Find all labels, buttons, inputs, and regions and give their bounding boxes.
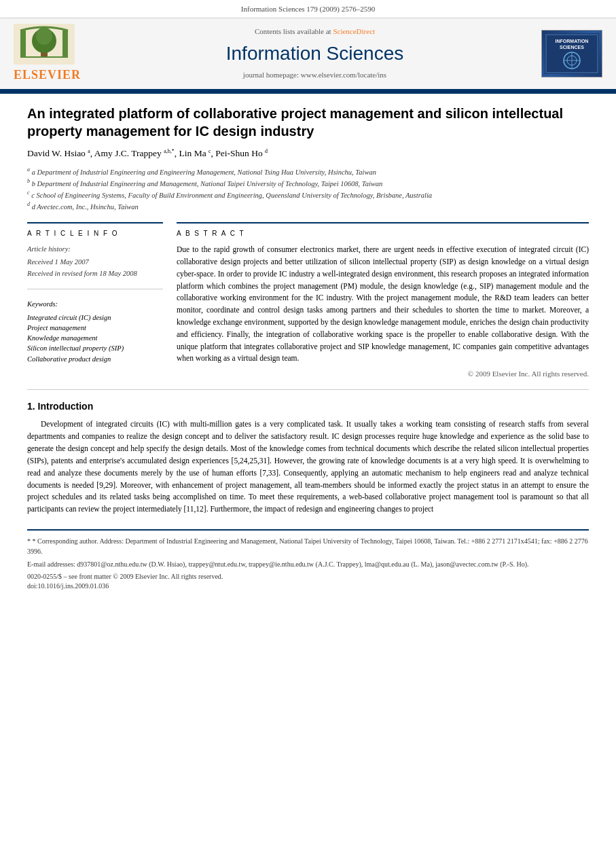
svg-rect-2 — [62, 31, 68, 58]
col-article-info: A R T I C L E I N F O Article history: R… — [27, 222, 163, 380]
affil-a: a a Department of Industrial Engineering… — [27, 166, 589, 177]
contents-text: Contents lists available at — [255, 27, 333, 35]
journal-cover: INFORMATION SCIENCES — [541, 30, 602, 77]
revised-date: Received in revised form 18 May 2008 — [27, 270, 137, 277]
top-bar: Information Sciences 179 (2009) 2576–259… — [0, 0, 616, 18]
keyword-1: Integrated circuit (IC) design — [27, 312, 163, 323]
header-left: ELSEVIER — [14, 24, 102, 84]
svg-text:INFORMATION: INFORMATION — [556, 39, 589, 43]
journal-homepage: journal homepage: www.elsevier.com/locat… — [102, 70, 528, 81]
journal-citation: Information Sciences 179 (2009) 2576–259… — [241, 5, 375, 13]
doi-line: doi:10.1016/j.ins.2009.01.036 — [27, 581, 589, 592]
svg-point-5 — [36, 27, 52, 45]
keyword-5: Collaborative product design — [27, 354, 163, 364]
author-names: David W. Hsiao a, Amy J.C. Trappey a,b,*… — [27, 148, 268, 158]
history-label: Article history: — [27, 244, 163, 255]
contents-line: Contents lists available at ScienceDirec… — [102, 26, 528, 37]
author-sup-ab: a,b,* — [164, 148, 175, 154]
footnote-star-icon: * — [27, 537, 33, 545]
author-sup-d: d — [265, 148, 268, 154]
abstract-label: A B S T R A C T — [177, 229, 589, 239]
header-band: ELSEVIER Contents lists available at Sci… — [0, 18, 616, 91]
col-abstract: A B S T R A C T Due to the rapid growth … — [177, 222, 589, 380]
authors-line: David W. Hsiao a, Amy J.C. Trappey a,b,*… — [27, 147, 589, 160]
elsevier-tree-icon — [14, 24, 75, 65]
author-sup-a: a — [88, 148, 90, 154]
journal-cover-image: INFORMATION SCIENCES — [545, 33, 599, 74]
svg-text:SCIENCES: SCIENCES — [560, 45, 584, 50]
abstract-text: Due to the rapid growth of consumer elec… — [177, 244, 589, 365]
elsevier-logo: ELSEVIER — [14, 24, 102, 84]
author-sup-c: c — [209, 148, 211, 154]
keyword-4: Silicon intellectual property (SIP) — [27, 343, 163, 353]
affil-b: b b Department of Industrial Engineering… — [27, 177, 589, 189]
intro-heading: 1. Introduction — [27, 399, 589, 413]
affil-c: c c School of Engineering Systems, Facul… — [27, 189, 589, 200]
header-right: INFORMATION SCIENCES — [528, 30, 602, 77]
article-history: Article history: Received 1 May 2007 Rec… — [27, 244, 163, 279]
keywords-section: Keywords: Integrated circuit (IC) design… — [27, 299, 163, 363]
email-note: E-mail addresses: d937801@oz.nthu.edu.tw… — [27, 559, 589, 569]
journal-title-header: Information Sciences — [102, 40, 528, 68]
introduction-section: 1. Introduction Development of integrate… — [27, 399, 589, 516]
page-wrapper: Information Sciences 179 (2009) 2576–259… — [0, 0, 616, 605]
intro-paragraph-1: Development of integrated circuits (IC) … — [27, 418, 589, 516]
main-content: An integrated platform of collaborative … — [0, 94, 616, 605]
issn-note: 0020-0255/$ – see front matter © 2009 El… — [27, 572, 589, 582]
article-title: An integrated platform of collaborative … — [27, 105, 589, 140]
elsevier-brand-text: ELSEVIER — [14, 66, 81, 84]
corresponding-author-note: * * Corresponding author. Address: Depar… — [27, 536, 589, 556]
main-divider — [27, 389, 589, 390]
footer-section: * * Corresponding author. Address: Depar… — [27, 529, 589, 592]
affil-d: d d Avectec.com, Inc., Hsinchu, Taiwan — [27, 200, 589, 212]
svg-rect-1 — [20, 31, 26, 58]
affiliations: a a Department of Industrial Engineering… — [27, 166, 589, 213]
copyright-line: © 2009 Elsevier Inc. All rights reserved… — [177, 369, 589, 380]
header-center: Contents lists available at ScienceDirec… — [102, 26, 528, 81]
sciencedirect-link[interactable]: ScienceDirect — [333, 27, 375, 35]
two-col-section: A R T I C L E I N F O Article history: R… — [27, 222, 589, 380]
article-info-label: A R T I C L E I N F O — [27, 229, 163, 239]
keyword-3: Knowledge management — [27, 333, 163, 343]
keywords-label: Keywords: — [27, 299, 163, 309]
keyword-2: Project management — [27, 323, 163, 333]
svg-rect-6 — [20, 56, 68, 58]
received-date: Received 1 May 2007 — [27, 258, 89, 266]
info-divider — [27, 289, 163, 289]
